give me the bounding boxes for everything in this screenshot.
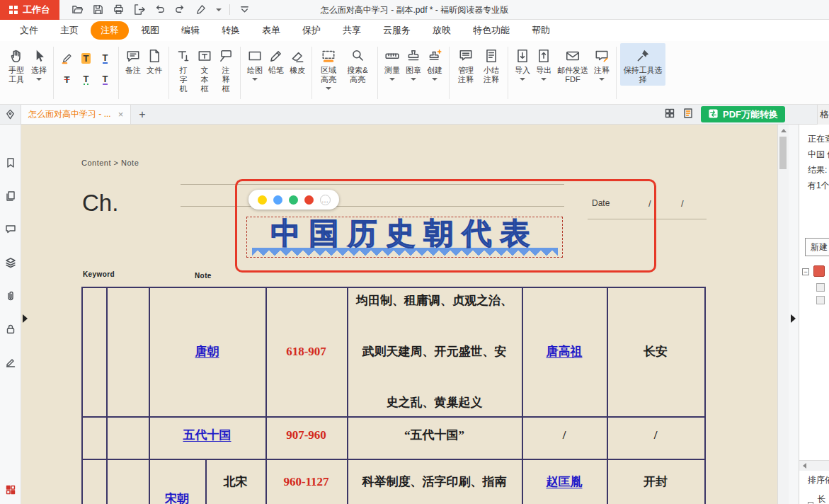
sort-label: 排序依 bbox=[808, 474, 829, 486]
dropdown-caret-icon bbox=[432, 78, 438, 81]
area-highlight-button[interactable]: 区域高亮 bbox=[316, 43, 341, 91]
pencil-button[interactable]: 铅笔 bbox=[265, 43, 287, 76]
signature-icon[interactable] bbox=[5, 357, 16, 371]
dropdown-caret-icon bbox=[389, 78, 395, 81]
comment-list-icon[interactable] bbox=[682, 108, 694, 122]
security-icon[interactable] bbox=[5, 323, 16, 338]
textbox-button[interactable]: 文本框 bbox=[194, 43, 215, 95]
new-tab-button[interactable]: + bbox=[131, 108, 153, 121]
color-swatch-green[interactable] bbox=[289, 195, 298, 205]
text-underline-icon[interactable]: T bbox=[96, 47, 115, 69]
tab-grid-icon[interactable] bbox=[664, 108, 675, 122]
email-fdf-button[interactable]: 邮件发送FDF bbox=[554, 43, 591, 86]
dynasty-note: 武则天建周、开元盛世、安 bbox=[347, 343, 522, 360]
create-button[interactable]: 创建 bbox=[424, 43, 445, 82]
text-squiggly-icon[interactable]: T bbox=[76, 69, 96, 90]
annotation-title-text[interactable]: 中国历史朝代表 bbox=[246, 216, 563, 251]
menu-help[interactable]: 帮助 bbox=[522, 21, 560, 40]
menu-cloud[interactable]: 云服务 bbox=[373, 21, 421, 40]
ink-tool-dropdown-icon[interactable] bbox=[216, 8, 222, 11]
checkbox-icon[interactable] bbox=[808, 502, 813, 504]
keep-tool-selected-button[interactable]: 保持工具选择 bbox=[620, 43, 665, 86]
select-tool-button[interactable]: 选择 bbox=[28, 43, 50, 82]
menu-comment[interactable]: 注释 bbox=[91, 21, 129, 40]
text-insert-icon[interactable]: T bbox=[96, 69, 115, 90]
attach-file-button[interactable]: 文件 bbox=[144, 43, 165, 76]
layers-icon[interactable] bbox=[5, 257, 16, 271]
horizontal-scrollbar[interactable] bbox=[799, 460, 829, 471]
summary-comments-button[interactable]: 小结注释 bbox=[479, 43, 504, 86]
document-tab[interactable]: 怎么面对高中学习 - ... × bbox=[21, 105, 131, 124]
open-file-icon[interactable] bbox=[71, 4, 84, 16]
share-icon[interactable] bbox=[132, 4, 145, 16]
workspace-grid-icon bbox=[9, 6, 18, 14]
long-image-option[interactable]: 长图 bbox=[808, 493, 829, 504]
more-colors-button[interactable]: … bbox=[320, 195, 331, 205]
dynasty-note: 史之乱、黄巢起义 bbox=[347, 394, 522, 411]
manage-comments-button[interactable]: 管理注释 bbox=[453, 43, 479, 86]
tree-item-box[interactable] bbox=[816, 283, 825, 292]
hand-tool-button[interactable]: 手型工具 bbox=[4, 43, 28, 86]
format-panel-partial[interactable]: 格 bbox=[817, 105, 829, 125]
print-icon[interactable] bbox=[112, 4, 125, 16]
tab-close-icon[interactable]: × bbox=[118, 109, 124, 120]
color-swatch-blue[interactable] bbox=[273, 195, 282, 205]
title-bar: 工作台 怎么面对高中学习 - 副本.pdf * - 福昕阅读器专业版 bbox=[0, 0, 829, 20]
menu-form[interactable]: 表单 bbox=[252, 21, 290, 40]
comment-tools-button[interactable]: 注释 bbox=[591, 43, 612, 82]
measure-button[interactable]: 测量 bbox=[382, 43, 403, 82]
scroll-up-icon[interactable] bbox=[781, 129, 787, 132]
import-comments-button[interactable]: 导入 bbox=[512, 43, 533, 82]
new-button[interactable]: 新建 bbox=[805, 238, 829, 256]
menu-edit[interactable]: 编辑 bbox=[171, 21, 210, 40]
menu-file[interactable]: 文件 bbox=[10, 21, 48, 40]
callout-button[interactable]: 注释框 bbox=[215, 43, 236, 95]
ink-tool-icon[interactable] bbox=[194, 4, 207, 16]
tree-item-box[interactable] bbox=[816, 296, 825, 304]
undo-icon[interactable] bbox=[153, 4, 166, 16]
pen-nib-icon[interactable] bbox=[5, 109, 16, 120]
scroll-left-icon[interactable] bbox=[803, 463, 806, 469]
dynasty-founder: 赵匡胤 bbox=[522, 474, 607, 491]
export-comments-button[interactable]: 导出 bbox=[533, 43, 554, 82]
stamp-button[interactable]: 图章 bbox=[403, 43, 424, 82]
pages-icon[interactable] bbox=[5, 190, 16, 205]
menu-view[interactable]: 视图 bbox=[131, 21, 169, 40]
draw-button[interactable]: 绘图 bbox=[244, 43, 265, 82]
color-swatch-red[interactable] bbox=[304, 195, 314, 205]
pdf-convert-button[interactable]: PDF万能转换 bbox=[701, 106, 785, 122]
scrollbar-thumb[interactable] bbox=[779, 137, 787, 169]
sidebar-expand-handle[interactable] bbox=[23, 314, 28, 323]
menu-features[interactable]: 特色功能 bbox=[463, 21, 520, 40]
menu-convert[interactable]: 转换 bbox=[212, 21, 250, 40]
search-highlight-button[interactable]: 搜索&高亮 bbox=[341, 43, 374, 86]
convert-label: PDF万能转换 bbox=[723, 108, 778, 121]
comments-panel-icon[interactable] bbox=[5, 224, 16, 238]
destinations-icon[interactable] bbox=[5, 484, 16, 498]
text-highlight-icon[interactable]: T bbox=[76, 47, 96, 69]
save-icon[interactable] bbox=[91, 4, 104, 16]
attachments-icon[interactable] bbox=[5, 290, 16, 304]
menu-share[interactable]: 共享 bbox=[333, 21, 371, 40]
menu-present[interactable]: 放映 bbox=[423, 21, 461, 40]
comment-thumbnail-icon[interactable] bbox=[813, 265, 825, 277]
menu-protect[interactable]: 保护 bbox=[292, 21, 331, 40]
eraser-button[interactable]: 橡皮 bbox=[287, 43, 308, 76]
color-swatch-yellow[interactable] bbox=[258, 195, 267, 205]
left-sidebar bbox=[0, 125, 21, 504]
bookmarks-icon[interactable] bbox=[5, 157, 16, 171]
redo-icon[interactable] bbox=[173, 4, 186, 16]
hand-icon bbox=[8, 47, 24, 64]
dynasty-name: 五代十国 bbox=[149, 427, 265, 444]
text-strikeout-icon[interactable]: T bbox=[57, 69, 76, 90]
vertical-scrollbar[interactable] bbox=[777, 125, 789, 504]
customize-toolbar-icon[interactable] bbox=[238, 4, 251, 16]
highlighter-icon[interactable] bbox=[57, 47, 76, 69]
menu-home[interactable]: 主页 bbox=[50, 21, 88, 40]
note-button[interactable]: 备注 bbox=[122, 43, 144, 76]
tree-collapse-icon[interactable]: − bbox=[802, 268, 809, 275]
eraser-icon bbox=[290, 47, 305, 64]
workspace-button[interactable]: 工作台 bbox=[0, 0, 59, 20]
typewriter-button[interactable]: 打字机 bbox=[173, 43, 194, 95]
panel-expand-handle[interactable] bbox=[791, 314, 796, 323]
